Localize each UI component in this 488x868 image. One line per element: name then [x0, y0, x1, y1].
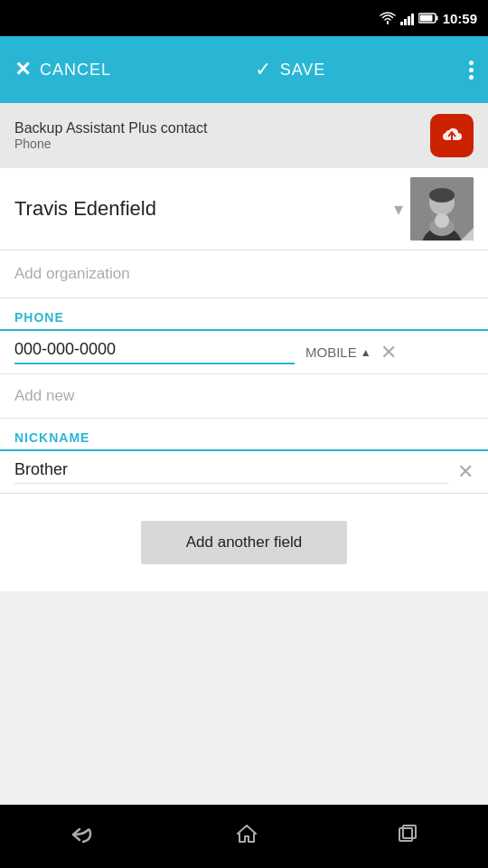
save-button[interactable]: ✓ SAVE — [255, 58, 326, 81]
home-button[interactable] — [236, 823, 258, 850]
nickname-row: ✕ — [0, 451, 488, 494]
nickname-input[interactable] — [14, 460, 448, 484]
phone-type-label: MOBILE — [305, 344, 357, 360]
avatar — [410, 177, 474, 241]
backup-title: Backup Assistant Plus contact — [14, 120, 207, 137]
cloud-upload-icon — [436, 120, 467, 151]
status-bar: 10:59 — [0, 0, 488, 36]
add-another-field-button[interactable]: Add another field — [141, 521, 348, 564]
more-options-button[interactable] — [469, 61, 474, 80]
wifi-icon — [380, 12, 396, 24]
svg-rect-1 — [436, 16, 437, 21]
name-chevron-icon[interactable]: ▾ — [394, 198, 403, 220]
nickname-section-header: NICKNAME — [0, 419, 488, 451]
signal-icon — [400, 11, 414, 25]
name-row: Travis Edenfield ▾ — [0, 168, 488, 250]
back-arrow-icon — [70, 826, 96, 844]
form-area: Travis Edenfield ▾ Add organization — [0, 168, 488, 591]
battery-icon — [418, 12, 438, 24]
cancel-icon: ✕ — [14, 58, 31, 81]
nickname-delete-icon[interactable]: ✕ — [457, 460, 474, 484]
status-icons: 10:59 — [380, 11, 477, 26]
more-options-icon — [469, 61, 474, 80]
recents-button[interactable] — [398, 824, 418, 849]
home-icon — [236, 823, 258, 844]
backup-info: Backup Assistant Plus contact Phone — [14, 120, 207, 151]
status-time: 10:59 — [443, 11, 477, 26]
org-row[interactable]: Add organization — [0, 250, 488, 298]
back-button[interactable] — [70, 824, 96, 849]
phone-section-header: PHONE — [0, 298, 488, 331]
org-placeholder: Add organization — [14, 265, 130, 282]
phone-delete-icon[interactable]: ✕ — [380, 341, 397, 364]
action-bar: ✕ CANCEL ✓ SAVE — [0, 36, 488, 103]
phone-type-arrow-icon: ▲ — [361, 346, 371, 359]
svg-marker-11 — [238, 826, 256, 842]
save-label: SAVE — [280, 61, 326, 80]
backup-subtitle: Phone — [14, 137, 207, 151]
recents-icon — [398, 824, 418, 844]
nav-bar — [0, 805, 488, 868]
add-new-text: Add new — [14, 387, 74, 404]
phone-input[interactable] — [14, 340, 295, 364]
nickname-section-label: NICKNAME — [14, 430, 89, 445]
svg-rect-2 — [419, 15, 432, 22]
name-value[interactable]: Travis Edenfield — [14, 197, 394, 221]
avatar-expand-arrow — [461, 228, 474, 241]
svg-point-10 — [435, 213, 449, 228]
cancel-button[interactable]: ✕ CANCEL — [14, 58, 111, 81]
svg-point-8 — [429, 188, 455, 203]
backup-icon — [430, 114, 474, 157]
name-input-container: Travis Edenfield ▾ — [14, 197, 410, 221]
phone-row: MOBILE ▲ ✕ — [0, 331, 488, 374]
phone-section-label: PHONE — [14, 310, 64, 325]
cancel-label: CANCEL — [40, 61, 111, 80]
phone-type-selector[interactable]: MOBILE ▲ — [305, 344, 371, 360]
save-check-icon: ✓ — [255, 58, 271, 81]
add-field-container: Add another field — [0, 494, 488, 591]
add-new-row[interactable]: Add new — [0, 374, 488, 419]
backup-banner: Backup Assistant Plus contact Phone — [0, 103, 488, 168]
